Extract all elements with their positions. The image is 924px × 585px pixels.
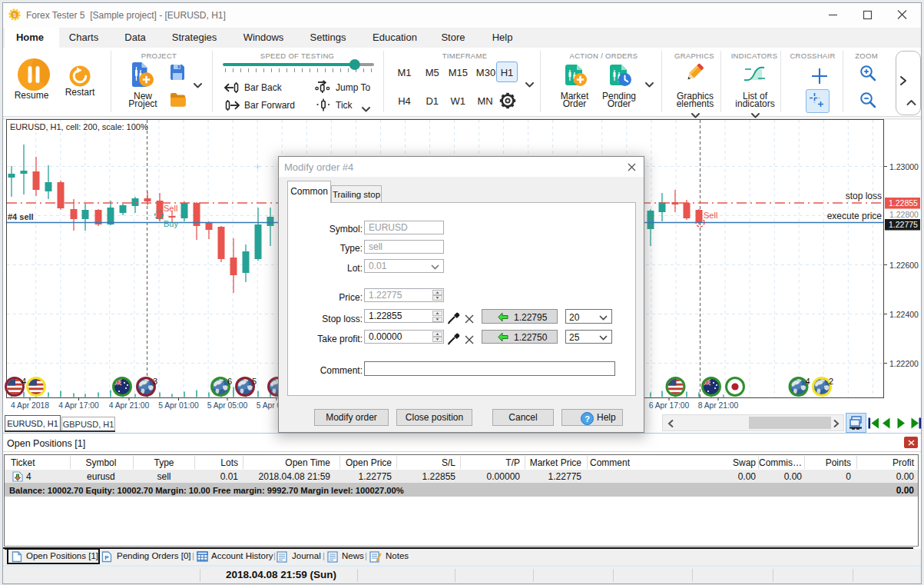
svg-text:6 Apr 17:00: 6 Apr 17:00 — [649, 401, 690, 410]
svg-text:1.22800: 1.22800 — [889, 210, 919, 219]
svg-text:execute price: execute price — [827, 211, 883, 221]
svg-text:4: 4 — [22, 377, 26, 386]
svg-text:1.23000: 1.23000 — [889, 162, 919, 171]
svg-text:?: ? — [585, 414, 590, 423]
svg-text:5: 5 — [252, 377, 257, 386]
svg-text:stop loss: stop loss — [846, 191, 882, 201]
svg-text:1.22600: 1.22600 — [889, 261, 919, 270]
svg-text:#4 sell: #4 sell — [8, 212, 34, 221]
svg-text:4 Apr 21:00: 4 Apr 21:00 — [109, 401, 150, 410]
svg-text:Sell: Sell — [164, 204, 177, 213]
svg-text:1.22855: 1.22855 — [889, 198, 918, 208]
svg-text:1.22400: 1.22400 — [889, 310, 919, 319]
svg-text:5 Apr 05:00: 5 Apr 05:00 — [207, 401, 248, 410]
svg-text:Buy: Buy — [164, 219, 178, 228]
svg-text:6: 6 — [227, 377, 232, 386]
svg-text:4 Apr 17:00: 4 Apr 17:00 — [58, 401, 99, 410]
svg-text:$: $ — [13, 12, 17, 18]
svg-text:1.22200: 1.22200 — [889, 359, 919, 368]
svg-text:EURUSD, H1, cell: 200, scale:: EURUSD, H1, cell: 200, scale: 100% — [10, 122, 148, 131]
svg-text:4 Apr 2018: 4 Apr 2018 — [11, 401, 49, 410]
svg-text:3: 3 — [153, 377, 157, 386]
svg-text:Sell: Sell — [704, 211, 717, 220]
svg-text:P: P — [104, 554, 109, 561]
svg-text:2: 2 — [829, 377, 833, 386]
svg-text:4: 4 — [806, 377, 810, 386]
svg-text:1.22775: 1.22775 — [889, 220, 918, 229]
svg-text:8 Apr 21:00: 8 Apr 21:00 — [698, 401, 739, 410]
svg-text:5 Apr 01:00: 5 Apr 01:00 — [158, 401, 199, 410]
